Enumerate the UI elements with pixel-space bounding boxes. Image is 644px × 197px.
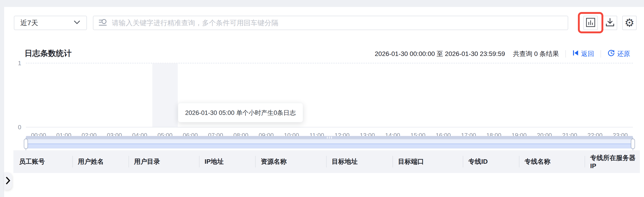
main-panel: 近7天: [4, 7, 644, 197]
table-header-cell: 用户姓名: [72, 150, 128, 173]
back-button[interactable]: 返回: [572, 50, 594, 58]
x-axis-line: [26, 127, 633, 128]
table-header-cell: 专线ID: [463, 150, 519, 173]
chart-meta-row: 2026-01-30 00:00:00 至 2026-01-30 23:59:5…: [375, 49, 630, 58]
chart-tooltip: 2026-01-30 05:00 单个小时产生0条日志: [178, 103, 303, 122]
filter-search-icon: [98, 18, 108, 28]
skip-back-icon: [572, 50, 579, 58]
search-input[interactable]: [112, 19, 563, 27]
query-range-text: 2026-01-30 00:00:00 至 2026-01-30 23:59:5…: [375, 50, 505, 58]
table-header-cell: 员工账号: [14, 150, 72, 173]
table-header-cell: 用户目录: [128, 150, 199, 173]
sidebar-expand-button[interactable]: [4, 172, 12, 190]
chart-scrollbar[interactable]: [26, 136, 633, 139]
table-header-cell: 资源名称: [255, 150, 326, 173]
table-header-cell: 目标地址: [326, 150, 392, 173]
result-count-text: 共查询 0 条结果: [513, 50, 559, 58]
keyword-search-box[interactable]: [93, 16, 568, 30]
restore-clock-icon: [608, 49, 615, 58]
table-header-cell: IP地址: [199, 150, 255, 173]
download-button[interactable]: [603, 16, 617, 30]
gear-icon: ⚙: [624, 17, 634, 28]
time-range-dropdown[interactable]: 近7天: [14, 16, 87, 30]
datazoom-right-handle[interactable]: [631, 139, 635, 149]
settings-button[interactable]: ⚙: [622, 16, 636, 30]
restore-label: 还原: [617, 50, 630, 58]
table-header-cell: 专线名称: [519, 150, 584, 173]
datazoom-lower-band: [26, 144, 633, 148]
gridline-y1: [26, 63, 633, 63]
datazoom-left-handle[interactable]: [24, 139, 28, 149]
chart-hover-band: [152, 63, 178, 127]
restore-button[interactable]: 还原: [608, 49, 630, 58]
chart-toggle-button[interactable]: [584, 16, 598, 30]
datazoom-upper-band: [26, 140, 633, 144]
bar-chart-icon: [585, 17, 596, 29]
chart-title: 日志条数统计: [24, 48, 72, 59]
divider: [600, 50, 601, 58]
y-axis-tick-0: 0: [8, 124, 21, 131]
chevron-right-icon: [6, 177, 11, 186]
time-range-value: 近7天: [20, 18, 38, 28]
chevron-down-icon: [74, 20, 80, 26]
divider: [566, 50, 566, 58]
scrollbar-grip-icon[interactable]: [327, 136, 332, 139]
table-header-row: 员工账号用户姓名用户目录IP地址资源名称目标地址目标端口专线ID专线名称专线所在…: [14, 150, 640, 173]
table-header-cell: 目标端口: [392, 150, 463, 173]
back-label: 返回: [581, 50, 594, 58]
table-header-cell: 专线所在服务器IP: [584, 150, 640, 173]
download-icon: [605, 17, 615, 29]
datazoom-slider[interactable]: [26, 140, 633, 148]
y-axis-tick-1: 1: [8, 60, 21, 67]
